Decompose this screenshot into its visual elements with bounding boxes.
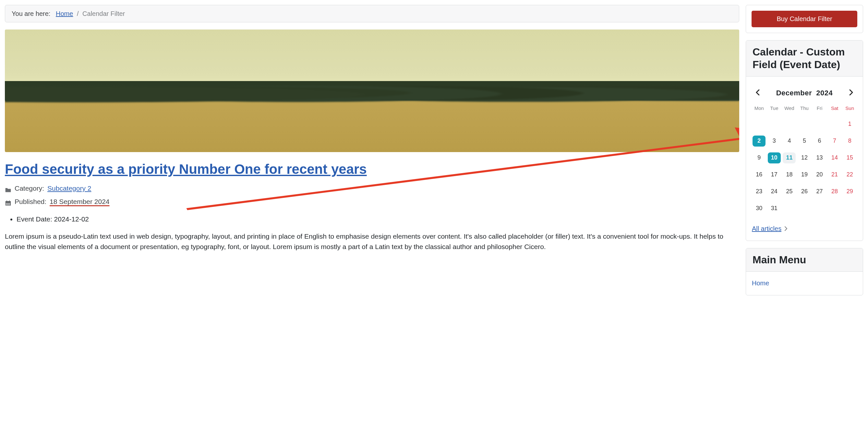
calendar-day[interactable]: 23 [752, 184, 767, 200]
calendar-day[interactable]: 16 [752, 167, 767, 183]
svg-rect-6 [9, 203, 9, 203]
chevron-right-icon [785, 224, 787, 233]
calendar-dow: Sun [842, 103, 857, 116]
calendar-day [812, 200, 827, 217]
main-menu-item-home[interactable]: Home [752, 280, 769, 287]
calendar-dow: Sat [828, 103, 842, 116]
calendar-day[interactable]: 14 [828, 150, 842, 166]
calendar-day [828, 116, 842, 132]
calendar-day[interactable]: 17 [767, 167, 782, 183]
article-hero-image [5, 30, 739, 152]
calendar-grid: MonTueWedThuFriSatSun1234567891011121314… [752, 103, 857, 217]
svg-rect-9 [9, 204, 9, 205]
calendar-day [752, 116, 767, 132]
calendar-day[interactable]: 9 [752, 150, 767, 166]
breadcrumb-prefix: You are here: [12, 10, 50, 17]
buy-card: Buy Calendar Filter [746, 5, 863, 33]
calendar-day [767, 116, 782, 132]
main-menu-title: Main Menu [746, 248, 863, 272]
calendar-day[interactable]: 13 [812, 150, 827, 166]
calendar-day [782, 116, 797, 132]
svg-rect-4 [6, 203, 7, 203]
calendar-card-title: Calendar - Custom Field (Event Date) [746, 40, 863, 76]
calendar-prev-button[interactable] [753, 88, 762, 98]
calendar-day [828, 200, 842, 217]
breadcrumb-separator: / [77, 10, 79, 17]
event-date-value: 2024-12-02 [54, 215, 89, 223]
svg-rect-7 [6, 204, 7, 205]
calendar-day [782, 200, 797, 217]
calendar-day[interactable]: 6 [812, 133, 827, 149]
article-body: Lorem ipsum is a pseudo-Latin text used … [5, 231, 739, 252]
calendar-day[interactable]: 24 [767, 184, 782, 200]
calendar-day[interactable]: 4 [782, 133, 797, 149]
article-title-link[interactable]: Food security as a priority Number One f… [5, 161, 367, 177]
calendar-day[interactable]: 22 [842, 167, 857, 183]
calendar-day[interactable]: 5 [797, 133, 812, 149]
published-date: 18 September 2024 [50, 196, 109, 207]
event-date-list: Event Date: 2024-12-02 [17, 214, 739, 224]
calendar-day[interactable]: 31 [767, 200, 782, 217]
calendar-day [812, 116, 827, 132]
calendar-day[interactable]: 15 [842, 150, 857, 166]
event-date-item: Event Date: 2024-12-02 [17, 214, 739, 224]
svg-rect-3 [9, 200, 10, 202]
chevron-left-icon [756, 90, 760, 95]
calendar-day [842, 200, 857, 217]
calendar-day[interactable]: 2 [752, 133, 767, 149]
breadcrumb-current: Calendar Filter [83, 10, 125, 17]
calendar-icon [5, 199, 11, 204]
category-link[interactable]: Subcategory 2 [48, 183, 91, 194]
calendar-day[interactable]: 19 [797, 167, 812, 183]
calendar-year: 2024 [816, 89, 833, 97]
event-date-label: Event Date: [17, 215, 52, 223]
calendar-dow: Tue [767, 103, 782, 116]
breadcrumb: You are here: Home / Calendar Filter [5, 5, 739, 22]
calendar-day[interactable]: 12 [797, 150, 812, 166]
svg-rect-8 [7, 204, 8, 205]
svg-rect-2 [6, 200, 7, 202]
calendar-next-button[interactable] [846, 88, 856, 98]
calendar-day[interactable]: 11 [782, 150, 797, 166]
calendar-nav: December 2024 [753, 88, 856, 98]
calendar-month: December [776, 89, 812, 97]
calendar-day [797, 116, 812, 132]
calendar-month-year: December 2024 [776, 88, 833, 98]
calendar-day[interactable]: 18 [782, 167, 797, 183]
calendar-day [797, 200, 812, 217]
article-published-row: Published: 18 September 2024 [5, 196, 739, 207]
calendar-day[interactable]: 29 [842, 184, 857, 200]
calendar-day[interactable]: 20 [812, 167, 827, 183]
all-articles-row: All articles [752, 224, 857, 233]
calendar-day[interactable]: 7 [828, 133, 842, 149]
calendar-day[interactable]: 21 [828, 167, 842, 183]
chevron-right-icon [849, 90, 853, 95]
calendar-dow: Wed [782, 103, 797, 116]
calendar-day[interactable]: 8 [842, 133, 857, 149]
all-articles-link[interactable]: All articles [752, 225, 781, 232]
article-title: Food security as a priority Number One f… [5, 161, 739, 177]
article-category-row: Category: Subcategory 2 [5, 183, 739, 194]
category-label: Category: [14, 183, 44, 194]
buy-button[interactable]: Buy Calendar Filter [751, 11, 857, 27]
calendar-day[interactable]: 3 [767, 133, 782, 149]
main-menu-card: Main Menu Home [746, 248, 863, 295]
calendar-day[interactable]: 10 [767, 150, 782, 166]
svg-rect-5 [7, 203, 8, 203]
calendar-day[interactable]: 28 [828, 184, 842, 200]
calendar-day[interactable]: 26 [797, 184, 812, 200]
breadcrumb-home-link[interactable]: Home [56, 10, 73, 17]
calendar-day[interactable]: 1 [842, 116, 857, 132]
calendar-day[interactable]: 27 [812, 184, 827, 200]
calendar-day[interactable]: 30 [752, 200, 767, 217]
published-label: Published: [14, 196, 46, 207]
calendar-card: Calendar - Custom Field (Event Date) Dec… [746, 40, 863, 241]
svg-rect-1 [5, 201, 11, 202]
calendar-dow: Mon [752, 103, 767, 116]
folder-icon [5, 185, 11, 191]
calendar-dow: Fri [812, 103, 827, 116]
calendar-day[interactable]: 25 [782, 184, 797, 200]
calendar-dow: Thu [797, 103, 812, 116]
